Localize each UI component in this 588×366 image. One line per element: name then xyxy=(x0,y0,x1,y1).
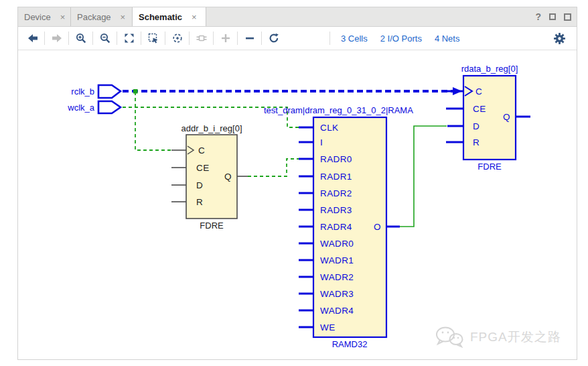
zoom-fit-icon xyxy=(124,33,135,44)
schematic-drawing: rclk_b wclk_a addr_b_i_reg[0] C CE D R Q… xyxy=(18,50,577,359)
pin-label: D xyxy=(196,180,203,190)
cells-count-link[interactable]: 3 Cells xyxy=(341,34,368,44)
pin-label: Q xyxy=(503,112,510,122)
net-rclk-to-addr-c[interactable] xyxy=(135,92,173,150)
settings-button[interactable] xyxy=(553,32,566,45)
schematic-pane-frame: Device × Package × Schematic × ? xyxy=(17,7,577,360)
window-controls: ? xyxy=(535,7,577,26)
tab-schematic[interactable]: Schematic × xyxy=(133,7,206,26)
pin-label: C xyxy=(475,86,482,97)
close-icon[interactable]: × xyxy=(60,13,66,21)
cell-type-label: RAMD32 xyxy=(332,339,368,349)
cell-instance-label: test_dram|dram_reg_0_31_0_2|RAMA xyxy=(264,105,413,115)
regenerate-button[interactable] xyxy=(268,33,279,44)
net-addr-q-to-radr0[interactable] xyxy=(248,159,299,176)
pin-label: O xyxy=(374,222,381,232)
forward-button[interactable] xyxy=(51,33,62,44)
net-ram-o-to-rdata-d[interactable] xyxy=(400,126,447,227)
pin-label: WADR3 xyxy=(320,289,354,299)
float-window-icon[interactable] xyxy=(564,13,571,21)
schematic-toolbar: 3 Cells 2 I/O Ports 4 Nets xyxy=(18,27,577,50)
pin-label: RADR1 xyxy=(320,172,352,182)
toolbar-separator xyxy=(44,32,45,45)
pin-label: D xyxy=(473,121,480,131)
autofit-selection-button[interactable] xyxy=(171,33,183,44)
zoom-out-button[interactable] xyxy=(99,33,111,44)
port-label: rclk_b xyxy=(71,86,94,97)
cell-type-label: FDRE xyxy=(200,221,224,231)
statistics-links: 3 Cells 2 I/O Ports 4 Nets xyxy=(341,34,459,44)
port-rclk-b[interactable] xyxy=(98,85,121,98)
back-arrow-icon xyxy=(27,33,38,44)
cell-type-label: FDRE xyxy=(477,162,502,172)
remove-button[interactable] xyxy=(244,33,255,44)
pin-label: RADR2 xyxy=(320,188,352,198)
port-label: wclk_a xyxy=(67,103,95,113)
pin-label: CE xyxy=(473,104,486,114)
pin-label: CLK xyxy=(320,123,338,133)
tab-package[interactable]: Package × xyxy=(71,7,133,26)
toolbar-separator xyxy=(165,32,165,45)
toolbar-separator xyxy=(141,32,141,45)
plus-icon xyxy=(220,33,231,44)
pin-label: I xyxy=(320,137,323,147)
back-button[interactable] xyxy=(27,33,38,44)
zoom-selection-icon xyxy=(148,33,159,44)
zoom-fit-button[interactable] xyxy=(123,33,135,44)
port-wclk-a[interactable] xyxy=(98,101,121,113)
pin-label: RADR4 xyxy=(320,222,352,232)
cell-instance-label: addr_b_i_reg[0] xyxy=(181,123,242,133)
toolbar-separator xyxy=(237,32,238,45)
gear-icon xyxy=(553,32,566,45)
toolbar-separator xyxy=(213,32,214,45)
schematic-canvas[interactable]: rclk_b wclk_a addr_b_i_reg[0] C CE D R Q… xyxy=(18,50,577,359)
close-icon[interactable]: × xyxy=(121,13,126,21)
pin-label: WADR1 xyxy=(320,255,354,265)
minus-icon xyxy=(244,33,255,44)
help-icon[interactable]: ? xyxy=(535,11,541,22)
zoom-in-button[interactable] xyxy=(75,33,86,44)
pin-label: CE xyxy=(196,163,210,173)
toolbar-separator xyxy=(68,32,69,45)
tab-label: Device xyxy=(24,12,51,22)
pin-label: C xyxy=(198,145,205,156)
zoom-in-icon xyxy=(76,33,86,44)
nets-count-link[interactable]: 4 Nets xyxy=(435,34,460,44)
zoom-out-icon xyxy=(100,33,111,44)
forward-arrow-icon xyxy=(52,33,62,44)
toolbar-separator xyxy=(261,32,262,45)
tab-device[interactable]: Device × xyxy=(18,7,71,26)
pin-label: WADR4 xyxy=(320,306,354,316)
pin-label: WE xyxy=(320,322,336,332)
vivado-schematic-window: Device × Package × Schematic × ? xyxy=(0,0,588,366)
toolbar-separator xyxy=(189,32,190,45)
tab-label: Schematic xyxy=(139,12,182,22)
toolbar-separator xyxy=(117,32,117,45)
io-ports-count-link[interactable]: 2 I/O Ports xyxy=(380,34,422,44)
pin-label: RADR3 xyxy=(320,205,352,215)
tab-label: Package xyxy=(77,12,111,22)
pin-label: WADR2 xyxy=(320,272,354,282)
cell-instance-label: rdata_b_reg[0] xyxy=(461,64,518,74)
toolbar-separator xyxy=(92,32,93,45)
pin-label: RADR0 xyxy=(320,154,352,164)
tab-strip: Device × Package × Schematic × ? xyxy=(18,7,577,27)
expand-cell-icon xyxy=(196,33,207,44)
expand-cell-button[interactable] xyxy=(196,33,207,44)
autofit-selection-icon xyxy=(172,33,183,44)
pin-label: WADR0 xyxy=(320,239,354,249)
refresh-icon xyxy=(269,33,279,44)
add-button[interactable] xyxy=(220,33,231,44)
zoom-selection-button[interactable] xyxy=(147,33,159,44)
pin-label: R xyxy=(473,137,480,147)
close-icon[interactable]: × xyxy=(192,13,197,21)
pin-label: Q xyxy=(224,172,232,182)
maximize-icon[interactable] xyxy=(549,13,556,20)
pin-label: R xyxy=(196,197,203,207)
toolbar-separator xyxy=(329,32,330,45)
